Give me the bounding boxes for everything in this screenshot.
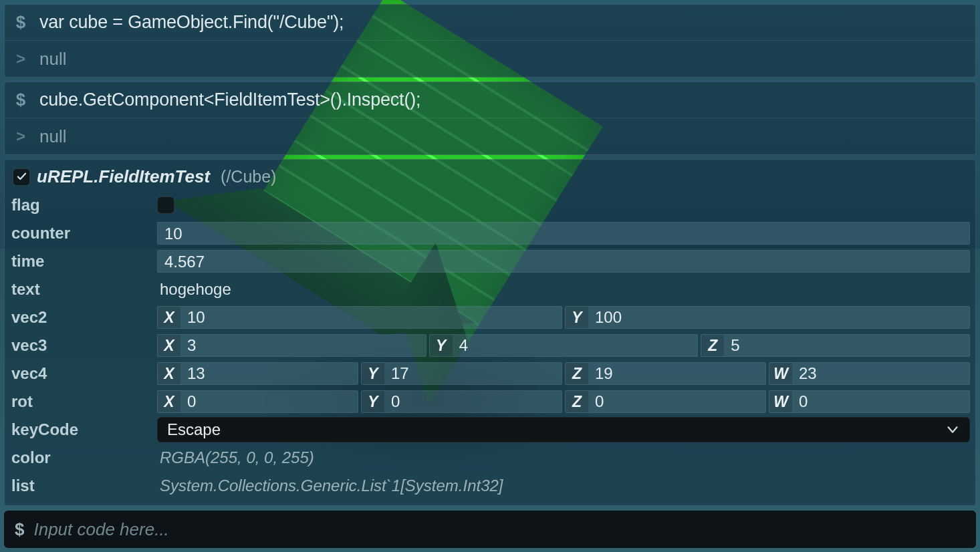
field-row-text: text hogehoge: [10, 277, 970, 302]
field-row-counter: counter 10: [10, 221, 970, 246]
vec3-x-input[interactable]: X3: [157, 334, 426, 357]
list-value: System.Collections.Generic.List`1[System…: [157, 476, 503, 495]
repl-command-text: var cube = GameObject.Find("/Cube");: [39, 12, 344, 33]
vec4-x-input[interactable]: X13: [157, 362, 358, 385]
dropdown-value: Escape: [167, 420, 221, 439]
field-row-keycode: keyCode Escape: [10, 417, 970, 442]
component-enabled-checkbox[interactable]: [13, 168, 30, 186]
rot-z-input[interactable]: Z0: [565, 390, 766, 413]
text-value[interactable]: hogehoge: [157, 280, 231, 299]
repl-command-row[interactable]: $ cube.GetComponent<FieldItemTest>().Ins…: [5, 82, 975, 118]
output-prompt-symbol: >: [14, 127, 27, 146]
field-label: vec4: [10, 364, 157, 383]
field-label: vec2: [10, 308, 157, 327]
vec2-x-input[interactable]: X10: [157, 306, 562, 329]
field-label: flag: [10, 196, 157, 215]
component-title: uREPL.FieldItemTest: [37, 166, 210, 187]
repl-panel: $ var cube = GameObject.Find("/Cube"); >…: [4, 4, 976, 551]
code-input[interactable]: [33, 519, 965, 540]
field-label: text: [10, 280, 157, 299]
input-prompt-symbol: $: [15, 519, 24, 540]
field-row-vec3: vec3 X3 Y4 Z5: [10, 333, 970, 358]
counter-input[interactable]: 10: [157, 222, 970, 245]
field-label: counter: [10, 224, 157, 243]
time-input[interactable]: 4.567: [157, 250, 970, 273]
vec4-w-input[interactable]: W23: [769, 362, 970, 385]
rot-y-input[interactable]: Y0: [361, 390, 562, 413]
component-path: (/Cube): [221, 167, 276, 186]
prompt-symbol: $: [14, 12, 27, 33]
chevron-down-icon: [945, 422, 960, 437]
repl-entry: $ cube.GetComponent<FieldItemTest>().Ins…: [4, 82, 976, 155]
vec3-z-input[interactable]: Z5: [701, 334, 970, 357]
repl-output-text: null: [39, 126, 66, 147]
vec2-y-input[interactable]: Y100: [565, 306, 970, 329]
field-row-vec4: vec4 X13 Y17 Z19 W23: [10, 361, 970, 386]
field-row-list: list System.Collections.Generic.List`1[S…: [10, 473, 970, 499]
prompt-symbol: $: [14, 90, 27, 110]
field-label: time: [10, 252, 157, 271]
field-row-color: color RGBA(255, 0, 0, 255): [10, 445, 970, 470]
field-label: keyCode: [10, 420, 157, 439]
field-row-time: time 4.567: [10, 249, 970, 274]
field-row-vec2: vec2 X10 Y100: [10, 305, 970, 330]
vec4-y-input[interactable]: Y17: [361, 362, 562, 385]
vec3-y-input[interactable]: Y4: [429, 334, 699, 357]
color-value: RGBA(255, 0, 0, 255): [157, 448, 314, 467]
field-label: vec3: [10, 336, 157, 355]
repl-output-row: > null: [5, 118, 975, 154]
keycode-dropdown[interactable]: Escape: [157, 417, 970, 442]
repl-output-row: > null: [5, 41, 975, 77]
field-label: list: [10, 476, 157, 495]
vec4-z-input[interactable]: Z19: [565, 362, 766, 385]
check-icon: [16, 171, 27, 182]
field-label: color: [10, 448, 157, 467]
rot-x-input[interactable]: X0: [157, 390, 358, 413]
output-prompt-symbol: >: [14, 49, 27, 68]
repl-entry: $ var cube = GameObject.Find("/Cube"); >…: [4, 4, 976, 78]
field-row-rot: rot X0 Y0 Z0 W0: [10, 389, 970, 414]
field-label: rot: [10, 392, 157, 411]
flag-checkbox[interactable]: [157, 196, 174, 214]
repl-command-row[interactable]: $ var cube = GameObject.Find("/Cube");: [5, 5, 975, 41]
component-inspector: uREPL.FieldItemTest (/Cube) flag counter…: [4, 159, 976, 506]
code-input-bar[interactable]: $: [4, 511, 976, 548]
rot-w-input[interactable]: W0: [769, 390, 970, 413]
field-row-flag: flag: [10, 192, 970, 218]
repl-command-text: cube.GetComponent<FieldItemTest>().Inspe…: [39, 90, 420, 110]
repl-output-text: null: [39, 49, 66, 70]
inspector-header: uREPL.FieldItemTest (/Cube): [10, 164, 970, 192]
